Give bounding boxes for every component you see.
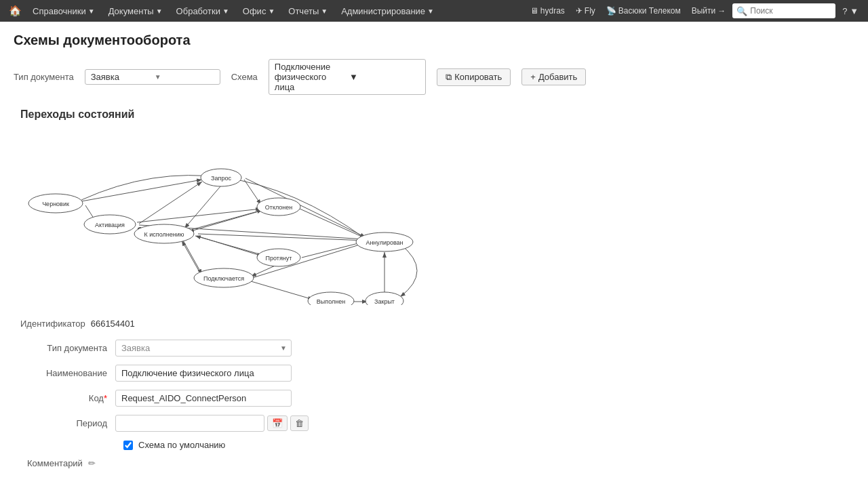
name-row: Наименование [20,365,854,382]
form-doc-type-label: Тип документа [20,343,115,353]
nav-dokumenty[interactable]: Документы ▼ [103,0,168,22]
svg-text:Выполнен: Выполнен [317,298,345,305]
svg-line-18 [195,236,264,256]
nav-administrirovanie[interactable]: Администрирование ▼ [336,0,439,22]
plane-icon: ✈ [576,6,583,16]
svg-line-19 [251,281,313,300]
chevron-down-icon: ▼ [156,7,163,15]
nav-obrabotki[interactable]: Обработки ▼ [171,0,235,22]
comment-label: Комментарий [27,458,83,468]
chevron-down-icon: ▼ [222,7,229,15]
monitor-icon: 🖥 [530,6,538,16]
calendar-button[interactable]: 📅 [267,415,288,431]
add-button[interactable]: + Добавить [521,68,586,85]
form-name-input[interactable] [115,365,292,382]
period-row: Период 📅 🗑 [20,415,854,432]
telecom-user[interactable]: 📡 Васюки Телеком [602,6,685,16]
search-icon: 🔍 [736,6,747,16]
schema-label: Схема [231,72,258,82]
nav-spravochniki[interactable]: Справочники ▼ [27,0,100,22]
default-schema-row: Схема по умолчанию [123,440,854,450]
svg-line-15 [193,210,262,229]
edit-icon[interactable]: ✏ [88,458,96,468]
help-button[interactable]: ? ▼ [838,6,863,16]
form-name-label: Наименование [20,368,115,378]
nav-otchety[interactable]: Отчеты ▼ [283,0,333,22]
home-button[interactable]: 🏠 [5,1,24,20]
form-doc-type-select[interactable]: Заявка ▼ [115,340,292,357]
svg-text:Отклонен: Отклонен [265,204,292,211]
fly-user[interactable]: ✈ Fly [572,6,599,16]
default-schema-checkbox[interactable] [123,441,133,450]
comment-row: Комментарий ✏ [27,458,854,468]
identifier-label: Идентификатор [20,319,85,329]
svg-text:Черновик: Черновик [42,201,69,207]
svg-text:Закрыт: Закрыт [374,298,395,305]
default-schema-label: Схема по умолчанию [138,440,225,450]
page-title: Схемы документооборота [14,33,854,48]
logout-icon: → [717,6,726,16]
identifier-row: Идентификатор 666154401 [20,319,854,329]
svg-line-21 [182,241,202,277]
chevron-down-icon: ▼ [850,6,859,16]
chevron-down-icon: ▼ [268,7,275,15]
copy-icon: ⧉ [446,72,452,83]
svg-text:Подключается: Подключается [203,275,244,282]
chevron-down-icon: ▼ [88,7,95,15]
antenna-icon: 📡 [606,6,616,16]
schema-select[interactable]: Подключение физического лица ▼ [269,59,426,95]
svg-line-3 [139,182,202,224]
code-row: Код [20,390,854,407]
svg-text:К исполнению: К исполнению [144,231,184,238]
svg-text:Активация: Активация [95,222,125,228]
form-doc-type-dropdown[interactable]: Заявка [116,340,280,356]
form-code-input[interactable] [115,390,292,407]
doc-type-select[interactable]: Заявка ▼ [85,69,220,85]
copy-button[interactable]: ⧉ Копировать [437,68,511,86]
search-input[interactable] [750,6,831,16]
transitions-title: Переходы состояний [20,108,854,121]
chevron-down-icon: ▼ [427,7,434,15]
state-diagram: Черновик Активация Запрос Отклонен К исп… [20,129,441,305]
form-section: Тип документа Заявка ▼ Наименование Код … [20,340,854,468]
toolbar: Тип документа Заявка ▼ Схема Подключение… [14,59,854,95]
svg-line-11 [189,210,263,232]
svg-line-10 [300,209,366,239]
plus-icon: + [530,72,536,82]
navbar: 🏠 Справочники ▼ Документы ▼ Обработки ▼ … [0,0,868,22]
user-group: 🖥 hydras ✈ Fly 📡 Васюки Телеком Выйти → [526,6,730,16]
clear-date-button[interactable]: 🗑 [290,415,309,431]
doc-type-label: Тип документа [14,72,74,82]
chevron-down-icon: ▼ [349,72,420,82]
svg-text:Аннулирован: Аннулирован [366,239,403,246]
svg-line-2 [81,180,202,201]
identifier-value: 666154401 [91,319,135,329]
svg-line-14 [198,234,366,241]
chevron-down-icon: ▼ [321,7,328,15]
period-date-wrap: 📅 🗑 [115,415,309,432]
nav-ofis[interactable]: Офис ▼ [237,0,280,22]
chevron-down-icon: ▼ [280,344,291,352]
search-box[interactable]: 🔍 [732,3,835,18]
form-period-label: Период [20,418,115,428]
logout-button[interactable]: Выйти → [688,6,730,16]
svg-text:Запрос: Запрос [211,175,231,182]
chevron-down-icon: ▼ [155,73,214,81]
form-period-input[interactable] [115,415,264,432]
form-code-label: Код [20,393,115,403]
doc-type-row: Тип документа Заявка ▼ [20,340,854,357]
hydras-user[interactable]: 🖥 hydras [526,6,569,16]
svg-line-8 [184,186,220,228]
svg-line-13 [183,241,202,274]
svg-text:Протянут: Протянут [266,255,292,262]
